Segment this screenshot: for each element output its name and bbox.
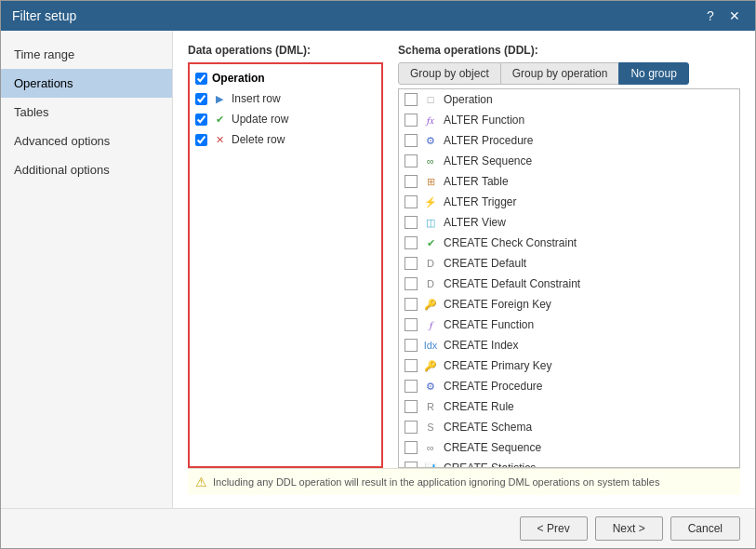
ddl-item-checkbox[interactable] xyxy=(405,134,418,147)
ddl-item-icon: Idx xyxy=(422,337,439,354)
ddl-item-icon: 🔑 xyxy=(422,357,439,374)
ddl-item-checkbox[interactable] xyxy=(405,195,418,208)
ddl-item-checkbox[interactable] xyxy=(405,277,418,290)
ddl-list-item[interactable]: IdxCREATE Index xyxy=(399,335,739,355)
ddl-item-icon: □ xyxy=(422,91,439,108)
dml-delete-checkbox[interactable] xyxy=(195,134,207,146)
ddl-item-icon: S xyxy=(422,419,439,435)
ddl-list-item[interactable]: DCREATE Default xyxy=(399,253,739,274)
dml-panel: Data operations (DML): Operation ▶ Inser… xyxy=(188,44,383,468)
ddl-item-label: CREATE Foreign Key xyxy=(444,298,551,311)
ddl-list-item[interactable]: 🔑CREATE Primary Key xyxy=(399,355,739,376)
ddl-item-checkbox[interactable] xyxy=(405,462,418,468)
tab-no-group[interactable]: No group xyxy=(618,62,688,85)
ddl-item-label: CREATE Rule xyxy=(444,400,514,413)
warning-bar: ⚠ Including any DDL operation will resul… xyxy=(188,468,740,495)
dml-header-row: Operation xyxy=(190,68,381,88)
ddl-item-checkbox[interactable] xyxy=(405,359,418,372)
sidebar-item-additional-options[interactable]: Additional options xyxy=(1,155,172,184)
ddl-item-icon: ✔ xyxy=(422,234,439,251)
ddl-item-label: CREATE Function xyxy=(444,318,534,331)
ddl-list-item[interactable]: 🔑CREATE Foreign Key xyxy=(399,294,739,315)
sidebar-item-tables[interactable]: Tables xyxy=(1,98,172,127)
ddl-item-label: ALTER View xyxy=(444,216,506,229)
ddl-item-label: ALTER Procedure xyxy=(444,134,534,147)
ddl-item-checkbox[interactable] xyxy=(405,318,418,331)
ddl-list-item[interactable]: 𝑓𝑥ALTER Function xyxy=(399,110,739,130)
dml-delete-row: ✕ Delete row xyxy=(190,129,381,150)
next-button[interactable]: Next > xyxy=(595,516,663,541)
ddl-item-label: ALTER Trigger xyxy=(444,195,516,208)
cancel-button[interactable]: Cancel xyxy=(670,516,740,541)
ddl-item-label: CREATE Sequence xyxy=(444,441,541,454)
ddl-list-item[interactable]: DCREATE Default Constraint xyxy=(399,274,739,294)
ddl-item-checkbox[interactable] xyxy=(405,298,418,311)
window-title: Filter setup xyxy=(12,8,76,23)
update-icon: ✔ xyxy=(212,112,227,127)
delete-icon: ✕ xyxy=(212,132,227,147)
ddl-item-icon: 𝑓 xyxy=(422,316,439,333)
title-bar: Filter setup ? ✕ xyxy=(1,1,755,31)
ddl-title: Schema operations (DDL): xyxy=(398,44,740,57)
close-button[interactable]: ✕ xyxy=(725,8,744,23)
dml-insert-checkbox[interactable] xyxy=(195,93,207,105)
dml-insert-row: ▶ Insert row xyxy=(190,88,381,109)
ddl-item-checkbox[interactable] xyxy=(405,175,418,188)
ddl-item-icon: 📊 xyxy=(422,460,439,468)
ddl-item-label: CREATE Default Constraint xyxy=(444,277,580,290)
ddl-item-checkbox[interactable] xyxy=(405,114,418,127)
ddl-list-item[interactable]: 𝑓CREATE Function xyxy=(399,315,739,335)
sidebar-item-advanced-options[interactable]: Advanced options xyxy=(1,127,172,155)
ddl-item-checkbox[interactable] xyxy=(405,441,418,454)
ddl-item-label: Operation xyxy=(444,93,493,106)
ddl-list-item[interactable]: ⚙CREATE Procedure xyxy=(399,376,739,396)
ddl-item-label: CREATE Statistics xyxy=(444,462,536,468)
ddl-item-checkbox[interactable] xyxy=(405,93,418,106)
ddl-list-item[interactable]: ⊞ALTER Table xyxy=(399,171,739,192)
ddl-list-item[interactable]: ⚙ALTER Procedure xyxy=(399,130,739,151)
dml-update-checkbox[interactable] xyxy=(195,114,207,126)
warning-icon: ⚠ xyxy=(195,475,207,489)
ddl-item-label: CREATE Check Constraint xyxy=(444,236,577,249)
ddl-item-checkbox[interactable] xyxy=(405,236,418,249)
ddl-item-label: CREATE Procedure xyxy=(444,380,542,393)
ddl-list-item[interactable]: □Operation xyxy=(399,89,739,110)
sidebar-item-time-range[interactable]: Time range xyxy=(1,40,172,69)
panels-row: Data operations (DML): Operation ▶ Inser… xyxy=(188,44,740,468)
ddl-item-icon: ∞ xyxy=(422,439,439,456)
ddl-item-checkbox[interactable] xyxy=(405,257,418,270)
ddl-list-item[interactable]: ⚡ALTER Trigger xyxy=(399,192,739,212)
tab-group-by-operation[interactable]: Group by operation xyxy=(501,62,619,85)
prev-button[interactable]: < Prev xyxy=(520,516,588,541)
help-button[interactable]: ? xyxy=(701,8,720,23)
ddl-item-icon: ⊞ xyxy=(422,173,439,190)
footer: < Prev Next > Cancel xyxy=(1,508,755,548)
ddl-item-label: ALTER Sequence xyxy=(444,154,532,167)
sidebar-item-operations[interactable]: Operations xyxy=(1,69,172,98)
ddl-list-item[interactable]: ∞CREATE Sequence xyxy=(399,437,739,458)
ddl-item-label: ALTER Function xyxy=(444,114,524,127)
ddl-item-checkbox[interactable] xyxy=(405,339,418,352)
ddl-list-item[interactable]: SCREATE Schema xyxy=(399,417,739,437)
ddl-list-item[interactable]: 📊CREATE Statistics xyxy=(399,458,739,468)
ddl-list-item[interactable]: ✔CREATE Check Constraint xyxy=(399,233,739,253)
ddl-item-checkbox[interactable] xyxy=(405,380,418,393)
ddl-item-checkbox[interactable] xyxy=(405,421,418,434)
ddl-item-icon: D xyxy=(422,275,439,292)
ddl-list-item[interactable]: RCREATE Rule xyxy=(399,396,739,417)
ddl-panel: Schema operations (DDL): Group by object… xyxy=(398,44,740,468)
ddl-item-icon: ⚙ xyxy=(422,132,439,149)
ddl-item-checkbox[interactable] xyxy=(405,216,418,229)
warning-text: Including any DDL operation will result … xyxy=(213,476,659,488)
ddl-item-icon: 🔑 xyxy=(422,296,439,313)
tab-group-by-object[interactable]: Group by object xyxy=(398,62,501,85)
ddl-list-item[interactable]: ◫ALTER View xyxy=(399,212,739,233)
content-area: Time rangeOperationsTablesAdvanced optio… xyxy=(1,31,755,508)
dml-operation-checkbox[interactable] xyxy=(195,73,207,85)
ddl-item-icon: D xyxy=(422,255,439,272)
ddl-item-checkbox[interactable] xyxy=(405,154,418,167)
filter-setup-window: Filter setup ? ✕ Time rangeOperationsTab… xyxy=(0,0,756,549)
ddl-list-item[interactable]: ∞ALTER Sequence xyxy=(399,151,739,171)
ddl-item-checkbox[interactable] xyxy=(405,400,418,413)
dml-title: Data operations (DML): xyxy=(188,44,383,57)
